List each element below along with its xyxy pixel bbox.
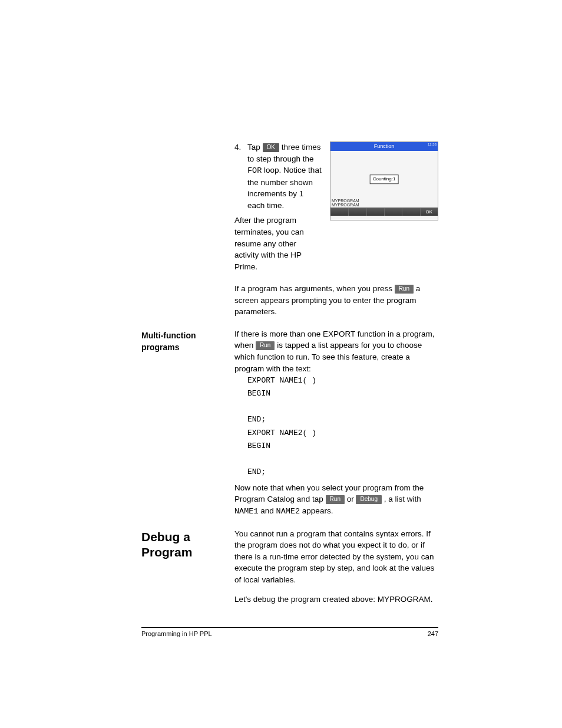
step-number: 4. <box>234 141 247 211</box>
softkey-ok: OK <box>420 207 438 216</box>
debug-row: Debug a Program You cannot run a program… <box>141 528 438 605</box>
debug-button-label: Debug <box>356 495 381 504</box>
run-button-label-2: Run <box>256 341 275 350</box>
multi-heading: Multi-function programs <box>141 328 234 354</box>
footer-page-number: 247 <box>428 630 438 637</box>
multi-row: Multi-function programs If there is more… <box>141 328 438 518</box>
multi-p2-and: and <box>260 506 276 515</box>
args-pre: If a program has arguments, when you pre… <box>234 284 395 293</box>
run-button-label-3: Run <box>326 495 345 504</box>
calc-hist-line1: MYPROGRAM <box>332 199 359 203</box>
softkey-4 <box>384 207 402 216</box>
softkey-5 <box>402 207 419 216</box>
calc-time: 12:53 <box>428 142 437 147</box>
multi-p2-or: or <box>347 495 356 503</box>
footer-left: Programming in HP PPL <box>141 630 212 637</box>
ok-button-label: OK <box>263 143 279 152</box>
debug-body: You cannot run a program that contains s… <box>234 528 438 605</box>
multi-p2: Now note that when you select your progr… <box>234 482 438 518</box>
softkey-1 <box>330 207 348 216</box>
calc-message-box: Counting:1 <box>370 174 399 184</box>
code-block: EXPORT NAME1( ) BEGIN END; EXPORT NAME2(… <box>247 374 438 479</box>
calc-title-text: Function <box>374 143 395 149</box>
calc-history: MYPROGRAM MYPROGRAM <box>332 199 359 207</box>
run-button-label: Run <box>395 285 414 294</box>
debug-p1: You cannot run a program that contains s… <box>234 528 438 586</box>
after-program-text: After the program terminates, you can re… <box>234 215 323 272</box>
sidebar-empty <box>141 141 234 143</box>
args-body: If a program has arguments, when you pre… <box>234 283 438 318</box>
document-page: 4. Tap OK three times to step through th… <box>0 0 562 728</box>
page-footer: Programming in HP PPL 247 <box>141 627 438 637</box>
args-row: If a program has arguments, when you pre… <box>141 283 438 318</box>
softkey-2 <box>348 207 366 216</box>
calculator-screenshot: Function 12:53 Counting:1 MYPROGRAM MYPR… <box>330 141 438 220</box>
multi-p2-post2: appears. <box>302 506 333 515</box>
multi-body: If there is more than one EXPORT functio… <box>234 328 438 518</box>
step4-row: 4. Tap OK three times to step through th… <box>141 141 438 272</box>
multi-p2-post1: , a list with <box>384 495 421 503</box>
for-keyword: FOR <box>247 166 262 175</box>
calc-titlebar: Function 12:53 <box>330 142 438 151</box>
calc-hist-line2: MYPROGRAM <box>332 203 359 207</box>
sidebar-empty-2 <box>141 283 234 284</box>
name2-code: NAME2 <box>276 507 300 516</box>
calc-body: Counting:1 MYPROGRAM MYPROGRAM <box>330 151 438 207</box>
name1-code: NAME1 <box>234 507 259 516</box>
multi-p1: If there is more than one EXPORT functio… <box>234 328 438 374</box>
step4-text: Tap OK three times to step through the F… <box>247 141 323 211</box>
debug-p2: Let's debug the program created above: M… <box>234 594 438 605</box>
step4: 4. Tap OK three times to step through th… <box>234 141 323 211</box>
debug-heading: Debug a Program <box>141 528 234 561</box>
calc-softkey-row: OK <box>330 207 438 216</box>
main-column: 4. Tap OK three times to step through th… <box>141 141 438 605</box>
softkey-3 <box>366 207 384 216</box>
step4-body: 4. Tap OK three times to step through th… <box>234 141 438 272</box>
step4-pre: Tap <box>247 143 263 151</box>
